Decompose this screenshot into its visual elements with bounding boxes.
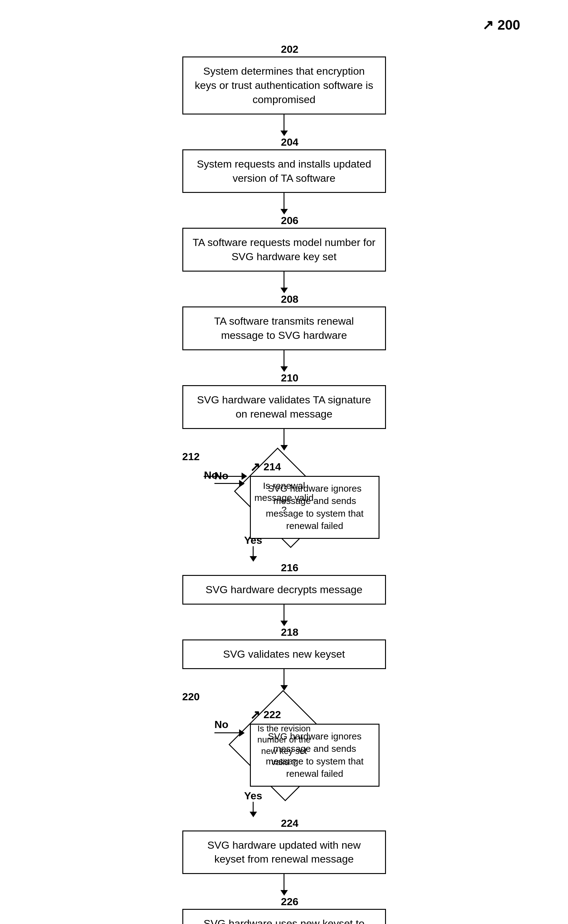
- label-204: 204: [281, 136, 299, 148]
- arrow-210-212: [281, 429, 288, 451]
- fig-arrow-214: ↗: [250, 460, 260, 474]
- label-220: 220: [182, 691, 200, 703]
- box-226: SVG hardware uses new keyset to authenti…: [182, 909, 386, 924]
- label-212: 212: [182, 451, 200, 463]
- label-222: 222: [263, 709, 281, 721]
- box-216: SVG hardware decrypts message: [182, 575, 386, 605]
- step-206-row: 206 TA software requests model number fo…: [182, 215, 386, 272]
- step-220-row: 220 Is the revision number of the new ke…: [0, 691, 568, 787]
- box-206: TA software requests model number for SV…: [182, 228, 386, 272]
- step-204-row: 204 System requests and installs updated…: [182, 136, 386, 193]
- box-202: System determines that encryption keys o…: [182, 56, 386, 115]
- label-224: 224: [281, 817, 299, 829]
- fig-arrow-222: ↗: [250, 708, 260, 722]
- arrow-220-224: [249, 802, 257, 817]
- diamond-220-text: Is the revision number of the new key se…: [255, 723, 313, 768]
- label-206: 206: [281, 215, 299, 227]
- step-210-row: 210 SVG hardware validates TA signature …: [182, 372, 386, 429]
- label-216: 216: [281, 562, 299, 574]
- no-text-220: No: [215, 718, 228, 730]
- arrow-212-216: [249, 546, 257, 562]
- step-216-row: 216 SVG hardware decrypts message: [182, 562, 386, 605]
- arrow-208-210: [281, 350, 288, 372]
- step-212-row: 212 Is renewal message valid ?: [0, 451, 568, 532]
- label-202: 202: [281, 43, 299, 55]
- step-226-row: 226 SVG hardware uses new keyset to auth…: [182, 895, 386, 924]
- step-202-row: 202 System determines that encryption ke…: [182, 43, 386, 115]
- step-218-row: 218 SVG validates new keyset: [182, 626, 386, 669]
- label-208: 208: [281, 293, 299, 305]
- step-224-row: 224 SVG hardware updated with new keyset…: [182, 817, 386, 874]
- fig-ref: 200: [498, 17, 520, 32]
- box-224: SVG hardware updated with new keyset fro…: [182, 830, 386, 874]
- box-208: TA software transmits renewal message to…: [182, 307, 386, 350]
- box-204: System requests and installs updated ver…: [182, 150, 386, 193]
- yes-label-220: Yes: [244, 790, 262, 802]
- box-210: SVG hardware validates TA signature on r…: [182, 385, 386, 429]
- arrow-224-226: [281, 874, 288, 895]
- label-218: 218: [281, 626, 299, 638]
- diamond-212-text: Is renewal message valid ?: [253, 479, 315, 516]
- label-214: 214: [263, 461, 281, 473]
- arrow-202-204: [281, 115, 288, 136]
- arrow-206-208: [281, 272, 288, 293]
- arrow-218-220: [281, 669, 288, 691]
- main-flow: 202 System determines that encryption ke…: [0, 18, 568, 924]
- step-208-row: 208 TA software transmits renewal messag…: [182, 293, 386, 350]
- diagram-container: ↗ 200 202 System determines that encrypt…: [0, 0, 568, 924]
- no-text-212: No: [215, 470, 228, 482]
- arrow-216-218: [281, 605, 288, 626]
- box-218: SVG validates new keyset: [182, 640, 386, 669]
- label-210: 210: [281, 372, 299, 384]
- arrow-204-206: [281, 193, 288, 215]
- label-226: 226: [281, 895, 299, 907]
